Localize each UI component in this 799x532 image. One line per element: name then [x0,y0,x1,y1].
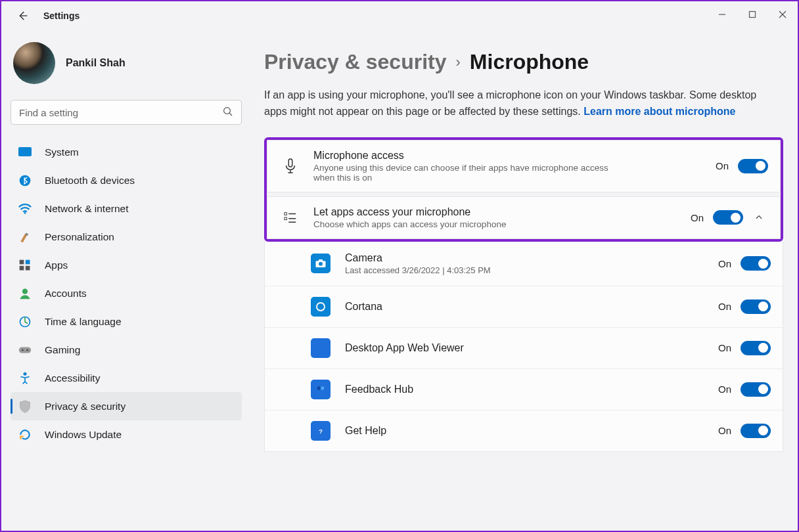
sidebar-item-label: Bluetooth & devices [45,175,135,187]
app-row-cortana[interactable]: Cortana On [265,286,783,327]
let-apps-sub: Choose which apps can access your microp… [313,219,616,229]
svg-rect-12 [20,259,24,264]
let-apps-title: Let apps access your microphone [313,206,691,218]
svg-rect-14 [20,265,24,270]
sidebar-item-label: Accounts [45,288,87,299]
svg-point-21 [24,372,27,375]
mic-access-row[interactable]: Microphone access Anyone using this devi… [267,140,781,192]
app-name: Camera [345,252,718,264]
clock-globe-icon [17,314,33,330]
page-title: Microphone [470,50,589,74]
chevron-right-icon: › [456,54,461,71]
search-icon [222,106,234,120]
sidebar-item-label: Apps [45,259,68,271]
app-row-gethelp[interactable]: ? Get Help On [265,410,783,451]
chevron-up-icon[interactable] [750,213,768,222]
app-state: On [718,258,731,269]
app-toggle[interactable] [741,424,771,438]
sidebar-item-network[interactable]: Network & internet [11,194,242,223]
app-list: CameraLast accessed 3/26/2022 | 4:03:25 … [264,242,783,452]
app-title: Settings [43,11,80,21]
app-state: On [718,342,731,353]
sidebar-item-bluetooth[interactable]: Bluetooth & devices [11,166,242,194]
let-apps-row[interactable]: Let apps access your microphone Choose w… [267,196,781,239]
sidebar-item-label: System [45,146,79,158]
page-description: If an app is using your microphone, you'… [264,87,770,120]
accessibility-icon [17,370,33,386]
sidebar-item-label: Gaming [45,344,80,356]
svg-rect-30 [319,259,323,261]
back-button[interactable] [11,4,34,28]
search-box[interactable] [11,100,242,125]
sidebar-item-time[interactable]: Time & language [11,307,242,336]
app-state: On [718,384,731,395]
sidebar-item-label: Privacy & security [45,401,126,412]
app-toggle[interactable] [741,341,771,355]
svg-rect-22 [288,159,292,167]
sidebar-item-apps[interactable]: Apps [11,251,242,279]
app-row-feedback[interactable]: Feedback Hub On [265,368,783,410]
app-name: Get Help [345,425,718,437]
profile[interactable]: Pankil Shah [11,42,242,84]
sidebar-item-accessibility[interactable]: Accessibility [11,364,242,392]
sidebar-item-gaming[interactable]: Gaming [11,336,242,364]
gethelp-app-icon: ? [311,421,331,441]
main-content: Privacy & security › Microphone If an ap… [251,30,798,452]
highlighted-section: Microphone access Anyone using this devi… [264,137,783,242]
cortana-app-icon [311,297,331,317]
mic-access-state: On [716,160,729,171]
app-row-camera[interactable]: CameraLast accessed 3/26/2022 | 4:03:25 … [265,242,783,286]
app-toggle[interactable] [741,299,771,314]
app-toggle[interactable] [741,382,771,397]
sidebar-item-personalization[interactable]: Personalization [11,223,242,251]
sidebar-item-accounts[interactable]: Accounts [11,279,242,307]
svg-point-31 [317,303,325,311]
svg-point-10 [24,212,26,214]
svg-point-32 [317,386,321,389]
avatar [13,42,55,84]
update-icon [17,427,33,443]
svg-rect-15 [26,265,30,270]
settings-window: Settings Pankil Shah System Bluetooth & … [0,0,799,532]
search-input[interactable] [11,100,242,125]
sidebar-item-privacy[interactable]: Privacy & security [11,392,242,420]
app-name: Desktop App Web Viewer [345,342,718,354]
minimize-button[interactable] [707,4,737,25]
sidebar: Pankil Shah System Bluetooth & devices N… [1,30,251,452]
svg-point-20 [26,349,28,351]
mic-access-title: Microphone access [313,150,716,162]
profile-name: Pankil Shah [66,57,126,69]
desktop-viewer-app-icon [311,338,331,358]
let-apps-toggle[interactable] [713,210,743,225]
svg-rect-7 [18,147,32,156]
svg-point-5 [224,108,231,114]
maximize-button[interactable] [737,4,767,25]
close-button[interactable] [767,4,798,25]
nav-list: System Bluetooth & devices Network & int… [11,138,242,449]
paintbrush-icon [17,229,33,245]
svg-rect-23 [285,213,287,215]
camera-app-icon [311,254,331,273]
person-icon [17,286,33,301]
header: Settings [1,1,798,30]
wifi-icon [17,201,33,217]
sidebar-item-label: Time & language [45,316,122,328]
shield-icon [17,399,33,414]
window-controls [707,4,798,25]
sidebar-item-update[interactable]: Windows Update [11,420,242,449]
mic-access-toggle[interactable] [738,159,768,173]
mic-access-sub: Anyone using this device can choose if t… [313,163,616,183]
app-name: Cortana [345,301,718,313]
app-row-desktop-viewer[interactable]: Desktop App Web Viewer On [265,327,783,368]
app-state: On [718,425,731,436]
apps-icon [17,257,33,273]
app-toggle[interactable] [741,256,771,271]
breadcrumb-parent[interactable]: Privacy & security [264,50,447,74]
sidebar-item-label: Network & internet [45,203,129,215]
breadcrumb: Privacy & security › Microphone [264,50,798,74]
svg-point-33 [321,386,324,389]
feedback-app-icon [311,380,331,399]
learn-more-link[interactable]: Learn more about microphone [583,106,735,117]
sidebar-item-system[interactable]: System [11,138,242,166]
sidebar-item-label: Windows Update [45,429,122,441]
